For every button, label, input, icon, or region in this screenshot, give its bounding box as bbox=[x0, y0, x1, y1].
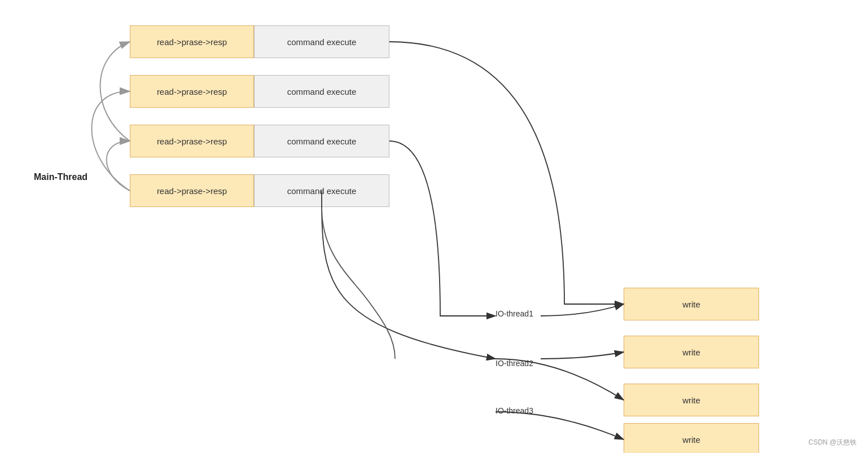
cmd-box-1: command execute bbox=[254, 25, 389, 58]
write-box-4: write bbox=[624, 423, 759, 453]
diagram-container: read->prase->resp command execute read->… bbox=[0, 0, 868, 453]
read-box-3: read->prase->resp bbox=[130, 125, 254, 157]
watermark: CSDN @沃慈铁 bbox=[808, 438, 857, 447]
pipeline-row-4: read->prase->resp command execute bbox=[130, 174, 389, 207]
cmd-box-3: command execute bbox=[254, 125, 389, 157]
write-box-2: write bbox=[624, 336, 759, 368]
read-box-2: read->prase->resp bbox=[130, 75, 254, 108]
cmd-box-4: command execute bbox=[254, 174, 389, 207]
io-thread2-label: IO-thread2 bbox=[496, 359, 533, 368]
read-box-4: read->prase->resp bbox=[130, 174, 254, 207]
io-thread3-label: IO-thread3 bbox=[496, 406, 533, 415]
pipeline-row-2: read->prase->resp command execute bbox=[130, 75, 389, 108]
main-thread-label: Main-Thread bbox=[34, 172, 87, 182]
write-box-1: write bbox=[624, 288, 759, 320]
pipeline-row-3: read->prase->resp command execute bbox=[130, 125, 389, 157]
read-box-1: read->prase->resp bbox=[130, 25, 254, 58]
cmd-box-2: command execute bbox=[254, 75, 389, 108]
pipeline-row-1: read->prase->resp command execute bbox=[130, 25, 389, 58]
write-box-3: write bbox=[624, 384, 759, 416]
io-thread1-label: IO-thread1 bbox=[496, 309, 533, 318]
